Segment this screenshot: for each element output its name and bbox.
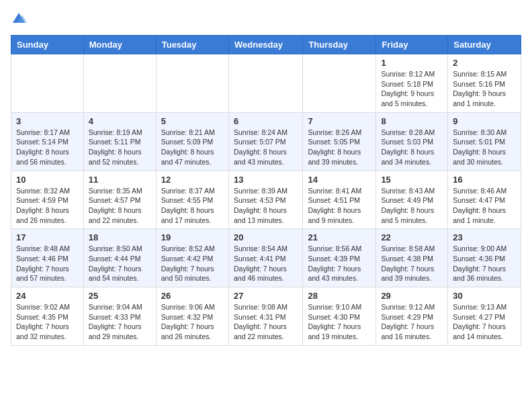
- day-info: Sunrise: 9:13 AM Sunset: 4:27 PM Dayligh…: [453, 302, 516, 342]
- day-info: Sunrise: 8:56 AM Sunset: 4:39 PM Dayligh…: [308, 244, 371, 283]
- day-number: 29: [381, 291, 443, 301]
- day-number: 9: [453, 116, 516, 126]
- calendar-cell: 26Sunrise: 9:06 AM Sunset: 4:32 PM Dayli…: [156, 287, 228, 346]
- day-info: Sunrise: 9:12 AM Sunset: 4:29 PM Dayligh…: [381, 302, 443, 342]
- column-header-tuesday: Tuesday: [156, 36, 228, 54]
- day-number: 11: [89, 175, 151, 185]
- calendar-cell: [156, 54, 228, 113]
- day-number: 1: [381, 58, 443, 68]
- day-info: Sunrise: 8:15 AM Sunset: 5:16 PM Dayligh…: [453, 69, 516, 109]
- day-number: 19: [161, 232, 224, 242]
- day-info: Sunrise: 9:04 AM Sunset: 4:33 PM Dayligh…: [89, 302, 151, 342]
- day-number: 7: [308, 116, 371, 126]
- calendar-cell: 21Sunrise: 8:56 AM Sunset: 4:39 PM Dayli…: [303, 229, 376, 287]
- day-number: 16: [453, 175, 516, 185]
- day-number: 3: [16, 116, 79, 126]
- calendar-cell: 20Sunrise: 8:54 AM Sunset: 4:41 PM Dayli…: [228, 229, 302, 287]
- calendar-cell: 18Sunrise: 8:50 AM Sunset: 4:44 PM Dayli…: [83, 229, 156, 287]
- column-header-friday: Friday: [376, 36, 448, 54]
- day-info: Sunrise: 8:41 AM Sunset: 4:51 PM Dayligh…: [308, 186, 371, 226]
- day-info: Sunrise: 8:21 AM Sunset: 5:09 PM Dayligh…: [161, 128, 224, 167]
- day-number: 6: [234, 116, 298, 126]
- calendar-cell: 4Sunrise: 8:19 AM Sunset: 5:11 PM Daylig…: [83, 112, 156, 171]
- day-info: Sunrise: 8:12 AM Sunset: 5:18 PM Dayligh…: [381, 69, 443, 109]
- calendar-cell: 25Sunrise: 9:04 AM Sunset: 4:33 PM Dayli…: [83, 287, 156, 346]
- day-info: Sunrise: 8:52 AM Sunset: 4:42 PM Dayligh…: [161, 244, 224, 283]
- calendar-cell: 27Sunrise: 9:08 AM Sunset: 4:31 PM Dayli…: [228, 287, 302, 346]
- day-info: Sunrise: 8:50 AM Sunset: 4:44 PM Dayligh…: [89, 244, 151, 283]
- day-info: Sunrise: 8:32 AM Sunset: 4:59 PM Dayligh…: [16, 186, 79, 226]
- day-number: 20: [234, 232, 298, 242]
- day-number: 10: [16, 175, 79, 185]
- calendar-cell: 7Sunrise: 8:26 AM Sunset: 5:05 PM Daylig…: [303, 112, 376, 171]
- calendar-cell: 6Sunrise: 8:24 AM Sunset: 5:07 PM Daylig…: [228, 112, 302, 171]
- day-number: 13: [234, 175, 298, 185]
- calendar-cell: 1Sunrise: 8:12 AM Sunset: 5:18 PM Daylig…: [376, 54, 448, 113]
- calendar-cell: 14Sunrise: 8:41 AM Sunset: 4:51 PM Dayli…: [303, 171, 376, 229]
- page-header: [11, 11, 521, 27]
- day-number: 4: [89, 116, 151, 126]
- day-info: Sunrise: 8:26 AM Sunset: 5:05 PM Dayligh…: [308, 128, 371, 167]
- calendar-cell: 24Sunrise: 9:02 AM Sunset: 4:35 PM Dayli…: [11, 287, 84, 346]
- column-header-wednesday: Wednesday: [228, 36, 302, 54]
- day-number: 22: [381, 232, 443, 242]
- day-info: Sunrise: 8:28 AM Sunset: 5:03 PM Dayligh…: [381, 128, 443, 167]
- calendar-table: SundayMondayTuesdayWednesdayThursdayFrid…: [11, 35, 521, 346]
- calendar-cell: 16Sunrise: 8:46 AM Sunset: 4:47 PM Dayli…: [448, 171, 521, 229]
- day-number: 14: [308, 175, 371, 185]
- day-number: 24: [16, 291, 79, 301]
- calendar-week-3: 10Sunrise: 8:32 AM Sunset: 4:59 PM Dayli…: [11, 171, 521, 229]
- day-number: 27: [234, 291, 298, 301]
- calendar-week-2: 3Sunrise: 8:17 AM Sunset: 5:14 PM Daylig…: [11, 112, 521, 171]
- column-header-saturday: Saturday: [448, 36, 521, 54]
- calendar-cell: 2Sunrise: 8:15 AM Sunset: 5:16 PM Daylig…: [448, 54, 521, 113]
- day-number: 15: [381, 175, 443, 185]
- column-header-monday: Monday: [83, 36, 156, 54]
- day-number: 23: [453, 232, 516, 242]
- day-info: Sunrise: 8:39 AM Sunset: 4:53 PM Dayligh…: [234, 186, 298, 226]
- calendar-cell: [83, 54, 156, 113]
- day-number: 30: [453, 291, 516, 301]
- calendar-cell: 8Sunrise: 8:28 AM Sunset: 5:03 PM Daylig…: [376, 112, 448, 171]
- day-info: Sunrise: 9:06 AM Sunset: 4:32 PM Dayligh…: [161, 302, 224, 342]
- day-info: Sunrise: 8:30 AM Sunset: 5:01 PM Dayligh…: [453, 128, 516, 167]
- day-info: Sunrise: 9:00 AM Sunset: 4:36 PM Dayligh…: [453, 244, 516, 283]
- calendar-cell: 17Sunrise: 8:48 AM Sunset: 4:46 PM Dayli…: [11, 229, 84, 287]
- calendar-cell: 13Sunrise: 8:39 AM Sunset: 4:53 PM Dayli…: [228, 171, 302, 229]
- calendar-cell: 5Sunrise: 8:21 AM Sunset: 5:09 PM Daylig…: [156, 112, 228, 171]
- calendar-week-1: 1Sunrise: 8:12 AM Sunset: 5:18 PM Daylig…: [11, 54, 521, 113]
- day-info: Sunrise: 8:37 AM Sunset: 4:55 PM Dayligh…: [161, 186, 224, 226]
- calendar-header-row: SundayMondayTuesdayWednesdayThursdayFrid…: [11, 36, 521, 54]
- day-number: 5: [161, 116, 224, 126]
- calendar-week-5: 24Sunrise: 9:02 AM Sunset: 4:35 PM Dayli…: [11, 287, 521, 346]
- calendar-week-4: 17Sunrise: 8:48 AM Sunset: 4:46 PM Dayli…: [11, 229, 521, 287]
- calendar-cell: 19Sunrise: 8:52 AM Sunset: 4:42 PM Dayli…: [156, 229, 228, 287]
- day-number: 2: [453, 58, 516, 68]
- day-number: 12: [161, 175, 224, 185]
- logo-icon: [11, 11, 27, 27]
- calendar-cell: 10Sunrise: 8:32 AM Sunset: 4:59 PM Dayli…: [11, 171, 84, 229]
- calendar-cell: [11, 54, 84, 113]
- calendar-cell: 12Sunrise: 8:37 AM Sunset: 4:55 PM Dayli…: [156, 171, 228, 229]
- calendar-cell: 3Sunrise: 8:17 AM Sunset: 5:14 PM Daylig…: [11, 112, 84, 171]
- day-number: 21: [308, 232, 371, 242]
- day-number: 17: [16, 232, 79, 242]
- calendar-cell: 28Sunrise: 9:10 AM Sunset: 4:30 PM Dayli…: [303, 287, 376, 346]
- column-header-sunday: Sunday: [11, 36, 84, 54]
- day-info: Sunrise: 8:17 AM Sunset: 5:14 PM Dayligh…: [16, 128, 79, 167]
- day-info: Sunrise: 9:02 AM Sunset: 4:35 PM Dayligh…: [16, 302, 79, 342]
- day-number: 26: [161, 291, 224, 301]
- day-info: Sunrise: 8:54 AM Sunset: 4:41 PM Dayligh…: [234, 244, 298, 283]
- calendar-cell: 23Sunrise: 9:00 AM Sunset: 4:36 PM Dayli…: [448, 229, 521, 287]
- column-header-thursday: Thursday: [303, 36, 376, 54]
- day-number: 18: [89, 232, 151, 242]
- day-info: Sunrise: 8:48 AM Sunset: 4:46 PM Dayligh…: [16, 244, 79, 283]
- day-number: 28: [308, 291, 371, 301]
- calendar-cell: 15Sunrise: 8:43 AM Sunset: 4:49 PM Dayli…: [376, 171, 448, 229]
- calendar-cell: 11Sunrise: 8:35 AM Sunset: 4:57 PM Dayli…: [83, 171, 156, 229]
- calendar-cell: 9Sunrise: 8:30 AM Sunset: 5:01 PM Daylig…: [448, 112, 521, 171]
- day-info: Sunrise: 8:35 AM Sunset: 4:57 PM Dayligh…: [89, 186, 151, 226]
- calendar-cell: [303, 54, 376, 113]
- day-info: Sunrise: 9:10 AM Sunset: 4:30 PM Dayligh…: [308, 302, 371, 342]
- day-info: Sunrise: 8:24 AM Sunset: 5:07 PM Dayligh…: [234, 128, 298, 167]
